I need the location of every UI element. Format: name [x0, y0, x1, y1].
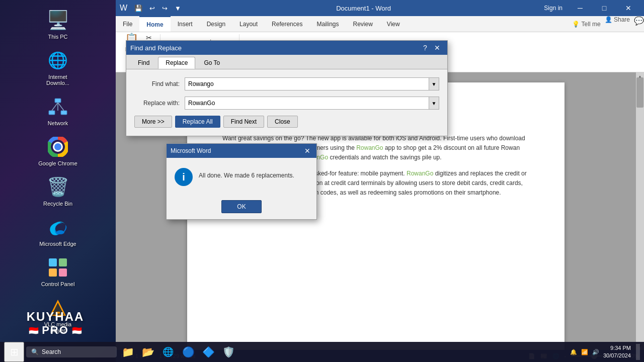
- popup-ok-button[interactable]: OK: [221, 200, 262, 213]
- dialog-body: Find what: ▼ Replace with: ▼ More >> Rep…: [126, 69, 447, 136]
- more-button[interactable]: More >>: [134, 116, 172, 128]
- taskbar-time-area[interactable]: 9:34 PM 30/07/2024: [603, 344, 631, 360]
- replace-label: Replace with:: [134, 100, 180, 107]
- comments-button[interactable]: 💬: [634, 16, 644, 32]
- svg-line-4: [58, 103, 64, 111]
- tell-me-text: Tell me: [582, 21, 601, 28]
- title-right: Sign in ─ □ ✕: [544, 0, 640, 16]
- goto-tab[interactable]: Go To: [196, 57, 227, 69]
- taskbar: ⊞ 🔍 Search 📁 📂 🌐 🔵 🔷 🛡️ 🔔 📶 🔊 9:34 PM 30…: [0, 342, 644, 362]
- search-bar[interactable]: 🔍 Search: [26, 346, 117, 357]
- show-desktop-button[interactable]: [636, 344, 640, 360]
- doc-scrollbar[interactable]: ▲ ▼: [636, 72, 644, 350]
- popup-body: i All done. We made 6 replacements.: [167, 158, 316, 196]
- tab-review[interactable]: Review: [346, 16, 379, 32]
- replace-dropdown-button[interactable]: ▼: [429, 97, 439, 109]
- tab-layout[interactable]: Layout: [232, 16, 265, 32]
- find-next-button[interactable]: Find Next: [223, 116, 264, 128]
- volume-icon[interactable]: 🔊: [592, 349, 599, 355]
- taskbar-date: 30/07/2024: [603, 352, 631, 359]
- search-icon: 🔍: [31, 348, 39, 355]
- replace-input-wrap: ▼: [185, 97, 439, 110]
- replace-tab[interactable]: Replace: [158, 57, 195, 69]
- svg-line-3: [52, 103, 58, 111]
- replace-field: Replace with: ▼: [134, 97, 439, 110]
- taskbar-icon-browser[interactable]: 🌐: [159, 343, 177, 361]
- desktop-icon-internet-download[interactable]: 🌐 Internet Downlo...: [35, 45, 80, 89]
- this-pc-label: This PC: [48, 34, 67, 40]
- taskbar-icon-chrome2[interactable]: 🔵: [179, 343, 197, 361]
- svg-rect-0: [55, 99, 61, 103]
- find-input[interactable]: [185, 78, 429, 89]
- save-button[interactable]: 💾: [132, 4, 144, 13]
- rowanGo-link-4: RowanGo: [407, 170, 433, 177]
- flag-icon: 🇮🇩: [29, 326, 39, 335]
- start-button[interactable]: ⊞: [4, 342, 24, 362]
- tab-mailings[interactable]: Mailings: [309, 16, 346, 32]
- undo-button[interactable]: ↩: [147, 4, 157, 13]
- svg-point-8: [54, 143, 61, 150]
- tell-me-area[interactable]: 💡 Tell me: [572, 16, 601, 32]
- popup-footer: OK: [167, 196, 316, 219]
- customize-qat-button[interactable]: ▼: [173, 4, 183, 13]
- window-title: Document1 - Word: [183, 5, 544, 12]
- control-panel-label: Control Panel: [41, 281, 75, 287]
- kuyhaa-branding: KUYHAA 🇮🇩 PRO 🇮🇩: [5, 310, 106, 337]
- replace-input[interactable]: [185, 98, 429, 109]
- taskbar-icon-edge2[interactable]: 🔷: [199, 343, 217, 361]
- find-tab[interactable]: Find: [130, 57, 157, 69]
- popup-title-bar: Microsoft Word ✕: [167, 144, 316, 158]
- chrome-label: Google Chrome: [38, 160, 77, 166]
- svg-rect-2: [61, 111, 67, 115]
- taskbar-icon-file-explorer[interactable]: 📁: [119, 343, 137, 361]
- tab-references[interactable]: References: [265, 16, 309, 32]
- dialog-close-button[interactable]: ✕: [431, 43, 443, 53]
- close-dialog-button[interactable]: Close: [267, 116, 298, 128]
- desktop-icon-network[interactable]: Network: [35, 92, 80, 129]
- dialog-help-button[interactable]: ?: [419, 43, 431, 53]
- chrome-taskbar-icon: 🔵: [182, 346, 195, 358]
- popup-message: All done. We made 6 replacements.: [199, 168, 294, 180]
- taskbar-icon-security[interactable]: 🛡️: [219, 343, 237, 361]
- maximize-button[interactable]: □: [593, 0, 616, 16]
- tab-design[interactable]: Design: [200, 16, 232, 32]
- desktop-icon-recycle-bin[interactable]: 🗑️ Recycle Bin: [35, 172, 80, 210]
- desktop: 🖥️ This PC 🌐 Internet Downlo... Network: [0, 0, 116, 362]
- start-icon: ⊞: [10, 346, 19, 358]
- dialog-tabs: Find Replace Go To: [126, 55, 447, 69]
- find-replace-dialog: Find and Replace ? ✕ Find Replace Go To …: [126, 40, 448, 136]
- ribbon-tabs: File Home Insert Design Layout Reference…: [116, 16, 644, 32]
- svg-rect-10: [49, 258, 57, 266]
- word-icon: W: [120, 4, 127, 13]
- notification-icon[interactable]: 🔔: [570, 349, 577, 355]
- close-button[interactable]: ✕: [617, 0, 640, 16]
- replace-all-button[interactable]: Replace All: [175, 116, 220, 128]
- svg-rect-1: [49, 111, 55, 115]
- tab-view[interactable]: View: [380, 16, 407, 32]
- taskbar-time: 9:34 PM: [603, 344, 631, 352]
- share-button[interactable]: 👤 Share: [605, 16, 630, 32]
- internet-download-label: Internet Downlo...: [38, 74, 77, 86]
- redo-button[interactable]: ↪: [160, 4, 170, 13]
- minimize-button[interactable]: ─: [569, 0, 592, 16]
- svg-point-9: [56, 230, 64, 234]
- wifi-icon[interactable]: 📶: [581, 349, 588, 355]
- popup-close-button[interactable]: ✕: [302, 146, 312, 156]
- tab-home[interactable]: Home: [139, 16, 170, 32]
- taskbar-icon-files[interactable]: 📂: [139, 343, 157, 361]
- edge-taskbar-icon: 🔷: [202, 346, 215, 358]
- tab-file[interactable]: File: [116, 16, 139, 32]
- network-label: Network: [48, 120, 68, 126]
- find-dropdown-button[interactable]: ▼: [429, 78, 439, 90]
- title-bar: W 💾 ↩ ↪ ▼ Document1 - Word Sign in ─ □ ✕: [116, 0, 644, 16]
- recycle-bin-label: Recycle Bin: [43, 201, 72, 207]
- desktop-icon-control-panel[interactable]: Control Panel: [35, 252, 80, 290]
- desktop-icon-edge[interactable]: Microsoft Edge: [35, 212, 80, 250]
- tab-insert[interactable]: Insert: [171, 16, 200, 32]
- sign-in-button[interactable]: Sign in: [544, 5, 562, 12]
- desktop-icon-this-pc[interactable]: 🖥️ This PC: [35, 5, 80, 43]
- desktop-icon-chrome[interactable]: Google Chrome: [35, 132, 80, 169]
- scrollbar-thumb[interactable]: [636, 77, 643, 108]
- dialog-title-bar: Find and Replace ? ✕: [126, 41, 447, 55]
- find-label: Find what:: [134, 80, 180, 87]
